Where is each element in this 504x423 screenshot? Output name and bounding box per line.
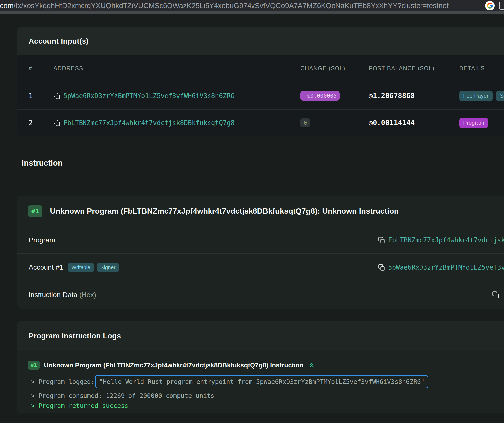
account-address-link[interactable]: 5pWae6RxD3zrYzBmPTMYo1LZ5vef3vfWH6iV3s8n…	[388, 264, 504, 271]
signer-badge: Signer	[97, 263, 119, 272]
account-inputs-table-header: # ADDRESS CHANGE (SOL) POST BALANCE (SOL…	[17, 55, 504, 82]
instruction-number-badge: #1	[28, 205, 42, 217]
account-address-link[interactable]: 5pWae6RxD3zrYzBmPTMYo1LZ5vef3vfWH6iV3s8n…	[63, 92, 235, 100]
log-line: > Program consumed: 12269 of 200000 comp…	[31, 392, 499, 399]
collapse-chevrons-icon[interactable]	[308, 362, 315, 368]
program-logs-card: Program Instruction Logs #1 Unknown Prog…	[17, 321, 504, 413]
log-entry-title: Unknown Program (FbLTBNZmc77xJpf4whkr4t7…	[44, 361, 303, 369]
browser-address-bar[interactable]: com/tx/xosYkqqhHfD2xmcrqYXUQhkdTZiVUCMSc…	[0, 0, 504, 11]
log-line-success: > Program returned success	[31, 402, 499, 409]
log-highlighted-text: "Hello World Rust program entrypoint fro…	[95, 375, 428, 388]
instruction-data-format: (Hex)	[79, 291, 96, 299]
copy-icon[interactable]	[53, 119, 60, 127]
log-line: > Program logged: "Hello World Rust prog…	[31, 374, 499, 389]
change-badge: 0	[300, 118, 310, 127]
instruction-section-heading: Instruction	[22, 158, 63, 168]
post-balance: ◎0.00114144	[369, 119, 459, 127]
instruction-data-label: Instruction Data (Hex)	[29, 291, 96, 299]
account-row: Account #1 Writable Signer 5pWae6RxD3zrY…	[17, 254, 504, 281]
copy-icon[interactable]	[53, 92, 60, 100]
instruction-data-row: Instruction Data (Hex)	[17, 281, 504, 309]
account-address-link[interactable]: FbLTBNZmc77xJpf4whkr4t7vdctjsk8DBkfuksqt…	[63, 119, 235, 127]
device-icon[interactable]	[499, 2, 504, 10]
url-host: com	[0, 2, 14, 10]
log-entry-number-badge: #1	[28, 361, 40, 370]
program-address-link[interactable]: FbLTBNZmc77xJpf4whkr4t7vdctjsk8DBkfuksqt…	[388, 236, 504, 244]
copy-icon[interactable]	[378, 236, 385, 244]
instruction-card: #1 Unknown Program (FbLTBNZmc77xJpf4whkr…	[17, 196, 504, 309]
program-badge: Program	[459, 118, 488, 128]
row-index: 1	[29, 92, 53, 100]
logs-title: Program Instruction Logs	[29, 332, 121, 340]
column-address: ADDRESS	[53, 65, 300, 72]
column-post-balance: POST BALANCE (SOL)	[369, 65, 459, 72]
fee-payer-badge: Fee Payer	[459, 91, 493, 101]
account-inputs-card: Account Input(s) # ADDRESS CHANGE (SOL) …	[17, 27, 504, 136]
instruction-title: Unknown Program (FbLTBNZmc77xJpf4whkr4t7…	[50, 207, 399, 216]
row-index: 2	[29, 119, 53, 127]
copy-icon[interactable]	[492, 291, 500, 299]
signer-badge: Signer	[496, 91, 504, 101]
url-path: /tx/xosYkqqhHfD2xmcrqYXUQhkdTZiVUCMSc6QW…	[14, 2, 449, 10]
log-line-prefix: > Program logged:	[31, 378, 95, 385]
program-row: Program FbLTBNZmc77xJpf4whkr4t7vdctjsk8D…	[17, 226, 504, 254]
column-details: DETAILS	[459, 65, 504, 72]
account-label: Account #1	[29, 263, 63, 271]
solana-explorer-transaction-page: com/tx/xosYkqqhHfD2xmcrqYXUQhkdTZiVUCMSc…	[0, 0, 504, 423]
copy-icon[interactable]	[378, 264, 385, 271]
program-label: Program	[29, 236, 55, 244]
chrome-divider-strip	[0, 11, 504, 14]
column-change: CHANGE (SOL)	[300, 65, 369, 72]
writable-badge: Writable	[68, 263, 94, 272]
url-text[interactable]: com/tx/xosYkqqhHfD2xmcrqYXUQhkdTZiVUCMSc…	[0, 2, 449, 10]
table-row: 2 FbLTBNZmc77xJpf4whkr4t7vdctjsk8DBkfuks…	[17, 110, 504, 136]
section-divider	[22, 180, 487, 180]
account-inputs-title: Account Input(s)	[29, 37, 89, 45]
table-row: 1 5pWae6RxD3zrYzBmPTMYo1LZ5vef3vfWH6iV3s…	[17, 82, 504, 110]
column-index: #	[29, 65, 53, 72]
google-logo-icon[interactable]	[485, 1, 495, 10]
post-balance: ◎1.20678868	[369, 92, 459, 100]
change-badge: -◎0.000005	[300, 91, 340, 101]
